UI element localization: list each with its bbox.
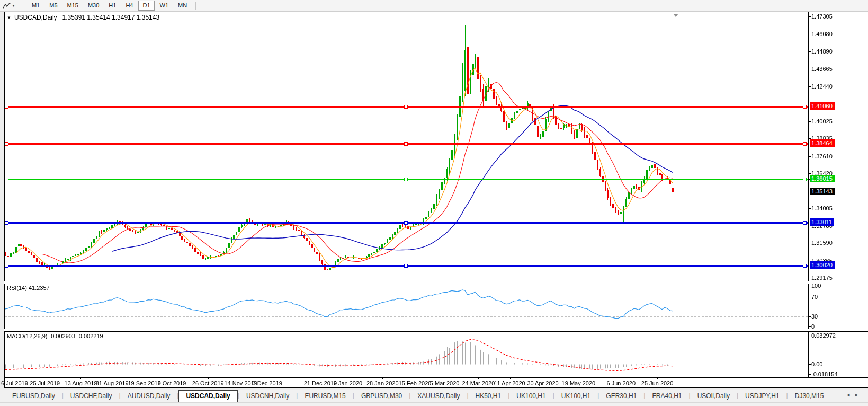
macd-tick-label: -0.018154 (811, 371, 838, 377)
date-tick-label: 19 Sep 2019 (128, 380, 160, 386)
line-handle[interactable] (404, 105, 408, 109)
price-tick-label: 1.34005 (811, 205, 833, 211)
line-handle[interactable] (404, 264, 408, 268)
date-tick-label: 30 Apr 2020 (527, 380, 558, 386)
line-handle[interactable] (5, 178, 8, 181)
date-tick-label: 31 Aug 2019 (96, 380, 129, 386)
time-axis[interactable]: 6 Jul 201925 Jul 201913 Aug 201931 Aug 2… (4, 378, 808, 387)
chart-tab-fra40-h1[interactable]: FRA40,H1 (645, 390, 688, 402)
chart-tab-usoil-daily[interactable]: USOil,Daily (691, 390, 737, 402)
date-tick-label: 8 Oct 2019 (158, 380, 186, 386)
rsi-tick-label: 70 (811, 294, 818, 300)
chart-tab-usdjpy-h1[interactable]: USDJPY,H1 (738, 390, 786, 402)
chart-symbol-label: USDCAD,Daily (14, 14, 57, 21)
price-tick-label: 1.47305 (811, 13, 833, 20)
date-tick-label: 24 Mar 2020 (462, 380, 495, 386)
price-tick-label: 1.46080 (811, 31, 833, 37)
chart-tab-eurusd-m15[interactable]: EURUSD,M15 (298, 390, 352, 402)
line-handle[interactable] (5, 142, 8, 146)
line-handle[interactable] (404, 221, 408, 225)
price-axis[interactable]: 1.473051.460801.448901.436651.424401.400… (809, 12, 868, 377)
line-handle[interactable] (803, 178, 807, 181)
line-handle[interactable] (404, 178, 408, 181)
date-tick-label: 25 Jul 2019 (30, 380, 60, 386)
tab-scroll-left-icon[interactable]: ◄ (846, 392, 854, 398)
chart-tab-uk100-h1[interactable]: UK100,H1 (509, 390, 552, 402)
date-tick-label: 13 Aug 2019 (65, 380, 97, 386)
price-tick-label: 1.37610 (811, 153, 833, 160)
main-chart-canvas[interactable] (0, 0, 868, 406)
price-tick-label: 1.30365 (811, 258, 833, 264)
chart-tab-uk100-h1[interactable]: UK100,H1 (554, 390, 597, 402)
date-tick-label: 21 Dec 2019 (304, 380, 337, 386)
chart-ohlc-values: 1.35391 1.35414 1.34917 1.35143 (62, 14, 160, 21)
price-tick-label: 1.38835 (811, 135, 833, 142)
chart-tab-usdcnh-daily[interactable]: USDCNH,Daily (239, 390, 296, 402)
price-tick-label: 1.36420 (811, 170, 833, 176)
chart-tab-ger30-h1[interactable]: GER30,H1 (599, 390, 643, 402)
price-tick-label: 1.40025 (811, 118, 833, 125)
line-handle[interactable] (803, 105, 807, 109)
chart-tab-bar: EURUSD,Daily|USDCHF,Daily|AUDUSD,Daily|U… (0, 390, 868, 402)
chart-tab-audusd-daily[interactable]: AUDUSD,Daily (121, 390, 177, 402)
line-handle[interactable] (803, 221, 807, 225)
date-tick-label: 11 Apr 2020 (494, 380, 525, 386)
price-tick-label: 1.29175 (811, 275, 833, 281)
tab-scroll-right-icon[interactable]: ► (854, 392, 863, 398)
chart-tab-hk50-h1[interactable]: HK50,H1 (469, 390, 508, 402)
line-handle[interactable] (5, 105, 8, 109)
rsi-tick-label: 30 (811, 313, 818, 320)
date-tick-label: 28 Jan 2020 (366, 380, 399, 386)
date-tick-label: 19 May 2020 (562, 380, 596, 386)
rsi-panel-label: RSI(14) 41.2357 (7, 285, 50, 291)
price-tick-label: 1.42440 (811, 83, 833, 90)
price-tick-label: 1.32780 (811, 223, 833, 229)
macd-panel-label: MACD(12,26,9) -0.002903 -0.002219 (7, 333, 103, 339)
main-rsi-splitter[interactable] (4, 281, 868, 284)
macd-tick-label: 0.00 (811, 361, 822, 367)
line-handle[interactable] (803, 264, 807, 268)
date-tick-label: 15 Feb 2020 (399, 380, 432, 386)
chart-tab-xauusd-daily[interactable]: XAUUSD,Daily (410, 390, 467, 402)
time-axis-separator (4, 377, 868, 378)
date-tick-label: 6 Jun 2020 (607, 380, 636, 386)
price-tick-label: 1.43665 (811, 66, 833, 72)
chart-tab-eurusd-daily[interactable]: EURUSD,Daily (5, 390, 62, 402)
date-tick-label: 25 Jun 2020 (641, 380, 674, 386)
chart-frame-top (4, 12, 868, 12)
price-tick-label: 1.44890 (811, 48, 833, 55)
chart-tab-dj30-m15[interactable]: DJ30,M15 (788, 390, 831, 402)
price-tick-label: 1.31590 (811, 240, 833, 246)
symbol-dropdown-icon[interactable]: ▼ (7, 15, 11, 20)
price-axis-separator (808, 12, 809, 377)
line-handle[interactable] (404, 142, 408, 146)
line-handle[interactable] (5, 221, 8, 225)
chart-tab-usdcad-daily[interactable]: USDCAD,Daily (178, 390, 237, 402)
date-tick-label: 9 Jan 2020 (334, 380, 362, 386)
chart-tab-usdchf-daily[interactable]: USDCHF,Daily (64, 390, 119, 402)
date-tick-label: 26 Oct 2019 (192, 380, 224, 386)
chart-shift-marker-icon[interactable] (673, 14, 678, 17)
rsi-macd-splitter[interactable] (4, 329, 868, 332)
date-tick-label: 6 Jul 2019 (1, 380, 28, 386)
chart-tab-gbpusd-m30[interactable]: GBPUSD,M30 (354, 390, 409, 402)
date-tick-label: 5 Mar 2020 (430, 380, 460, 386)
line-handle[interactable] (803, 142, 807, 146)
macd-tick-label: 0.032972 (811, 332, 836, 339)
chart-frame-bottom (4, 387, 868, 388)
date-tick-label: 3 Dec 2019 (253, 380, 282, 386)
line-handle[interactable] (5, 264, 8, 268)
chart-title: ▼ USDCAD,Daily 1.35391 1.35414 1.34917 1… (7, 14, 159, 21)
tab-scroll-arrows: ◄► (846, 392, 863, 398)
